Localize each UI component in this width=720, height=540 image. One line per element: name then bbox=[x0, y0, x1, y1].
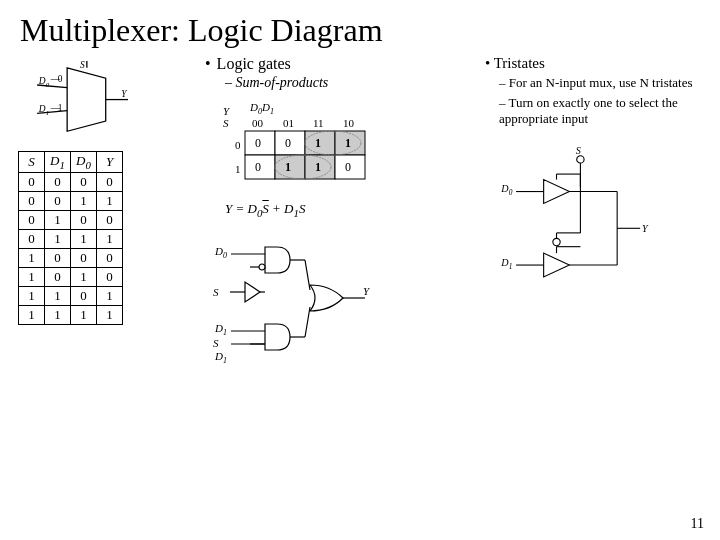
svg-text:1: 1 bbox=[46, 109, 49, 116]
svg-text:0: 0 bbox=[509, 188, 513, 197]
table-cell: 1 bbox=[97, 191, 123, 210]
svg-marker-51 bbox=[245, 282, 260, 302]
svg-text:1: 1 bbox=[345, 136, 351, 150]
table-cell: 1 bbox=[45, 305, 71, 324]
svg-text:10: 10 bbox=[343, 117, 355, 129]
svg-text:D: D bbox=[249, 101, 258, 113]
table-cell: 0 bbox=[97, 248, 123, 267]
table-cell: 1 bbox=[19, 248, 45, 267]
table-cell: 1 bbox=[97, 305, 123, 324]
table-cell: 0 bbox=[45, 267, 71, 286]
svg-text:0: 0 bbox=[255, 160, 261, 174]
svg-text:S: S bbox=[213, 286, 219, 298]
svg-text:11: 11 bbox=[313, 117, 324, 129]
svg-text:1: 1 bbox=[58, 103, 63, 113]
svg-text:Y: Y bbox=[223, 105, 231, 117]
table-row: 1000 bbox=[19, 248, 123, 267]
table-cell: 1 bbox=[19, 267, 45, 286]
middle-column: • Logic gates – Sum-of-products Y D 0 D … bbox=[195, 55, 475, 387]
table-row: 1101 bbox=[19, 286, 123, 305]
svg-marker-0 bbox=[67, 68, 106, 131]
table-cell: 0 bbox=[71, 172, 97, 191]
svg-text:0: 0 bbox=[58, 74, 63, 84]
svg-text:0: 0 bbox=[285, 136, 291, 150]
table-cell: 1 bbox=[45, 286, 71, 305]
svg-text:Y: Y bbox=[363, 285, 371, 297]
kmap-svg: Y D 0 D 1 S 00 01 11 10 0 1 bbox=[215, 101, 415, 191]
tristate-sub2: – Turn on exactly one to select the appr… bbox=[499, 95, 710, 127]
sub-sum-of-products: – Sum-of-products bbox=[225, 75, 475, 91]
bullet-logic-gates: • Logic gates – Sum-of-products bbox=[205, 55, 475, 93]
table-cell: 0 bbox=[71, 248, 97, 267]
tristates-label: Tristates bbox=[494, 55, 545, 71]
table-row: 0000 bbox=[19, 172, 123, 191]
svg-text:S: S bbox=[576, 145, 581, 156]
table-cell: 0 bbox=[97, 172, 123, 191]
table-cell: 1 bbox=[97, 286, 123, 305]
table-cell: 0 bbox=[19, 210, 45, 229]
table-cell: 1 bbox=[19, 305, 45, 324]
truth-table: S D1 D0 Y 000000110100011110001010110111… bbox=[18, 151, 123, 325]
svg-line-61 bbox=[305, 260, 310, 290]
mux-schematic: D 0 — 0 D 1 — 1 Y S bbox=[20, 55, 140, 145]
table-cell: 1 bbox=[19, 286, 45, 305]
svg-text:1: 1 bbox=[235, 163, 241, 175]
svg-text:0: 0 bbox=[235, 139, 241, 151]
svg-text:0: 0 bbox=[223, 251, 227, 260]
tristate-sub1: – For an N-input mux, use N tristates bbox=[499, 75, 710, 91]
svg-text:Y: Y bbox=[642, 223, 649, 234]
svg-text:0: 0 bbox=[345, 160, 351, 174]
svg-text:00: 00 bbox=[252, 117, 264, 129]
table-cell: 0 bbox=[97, 267, 123, 286]
table-row: 1010 bbox=[19, 267, 123, 286]
bullet-dot-1: • bbox=[205, 55, 211, 73]
svg-text:D: D bbox=[214, 350, 223, 362]
svg-text:Y: Y bbox=[121, 89, 128, 99]
svg-marker-82 bbox=[544, 253, 570, 277]
table-cell: 1 bbox=[71, 305, 97, 324]
table-cell: 0 bbox=[19, 229, 45, 248]
table-cell: 1 bbox=[71, 191, 97, 210]
table-cell: 1 bbox=[45, 229, 71, 248]
table-cell: 1 bbox=[97, 229, 123, 248]
kmap-area: Y D 0 D 1 S 00 01 11 10 0 1 bbox=[215, 101, 475, 219]
svg-text:D: D bbox=[38, 76, 46, 86]
table-cell: 0 bbox=[19, 172, 45, 191]
tristate-diagram: S D 0 D 1 bbox=[485, 141, 685, 311]
svg-point-86 bbox=[553, 238, 560, 245]
table-cell: 0 bbox=[19, 191, 45, 210]
svg-text:1: 1 bbox=[223, 356, 227, 365]
col-header-y: Y bbox=[97, 152, 123, 173]
svg-text:S: S bbox=[213, 337, 219, 349]
right-column: • Tristates – For an N-input mux, use N … bbox=[475, 55, 710, 387]
svg-text:D: D bbox=[214, 245, 223, 257]
col-header-d0: D0 bbox=[71, 152, 97, 173]
svg-text:D: D bbox=[214, 322, 223, 334]
left-column: D 0 — 0 D 1 — 1 Y S S D1 D0 Y bbox=[10, 55, 195, 387]
col-header-d1: D1 bbox=[45, 152, 71, 173]
svg-text:1: 1 bbox=[270, 107, 274, 116]
table-cell: 0 bbox=[45, 172, 71, 191]
svg-text:1: 1 bbox=[509, 262, 513, 271]
svg-text:1: 1 bbox=[315, 160, 321, 174]
table-cell: 0 bbox=[71, 210, 97, 229]
table-cell: 1 bbox=[71, 229, 97, 248]
svg-point-70 bbox=[577, 156, 584, 163]
svg-marker-75 bbox=[544, 180, 570, 204]
logic-gate-diagram: D 0 S D 1 bbox=[205, 227, 465, 387]
table-cell: 0 bbox=[97, 210, 123, 229]
svg-text:1: 1 bbox=[285, 160, 291, 174]
table-row: 1111 bbox=[19, 305, 123, 324]
svg-text:1: 1 bbox=[223, 328, 227, 337]
svg-text:1: 1 bbox=[315, 136, 321, 150]
svg-point-49 bbox=[259, 264, 265, 270]
table-cell: 0 bbox=[45, 248, 71, 267]
table-cell: 1 bbox=[71, 267, 97, 286]
page-title: Multiplexer: Logic Diagram bbox=[0, 0, 720, 55]
table-row: 0111 bbox=[19, 229, 123, 248]
svg-text:S: S bbox=[223, 117, 229, 129]
table-cell: 0 bbox=[45, 191, 71, 210]
svg-text:D: D bbox=[38, 104, 46, 114]
svg-text:0: 0 bbox=[255, 136, 261, 150]
logic-gates-label: Logic gates bbox=[217, 55, 291, 73]
